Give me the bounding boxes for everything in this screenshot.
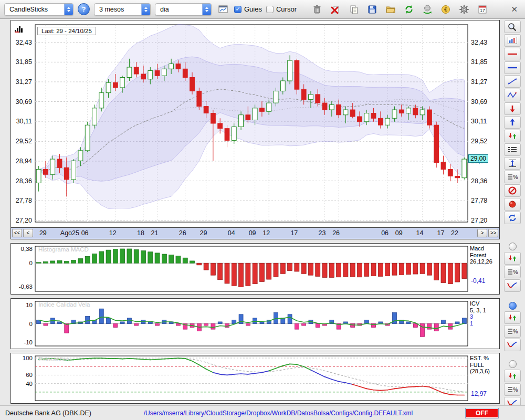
vscale-icon[interactable]	[504, 157, 521, 170]
svg-text:31,27: 31,27	[471, 78, 487, 86]
macd-histogram-chart[interactable]: 0,380-0,63	[11, 244, 499, 294]
date-tick: 22	[451, 229, 458, 237]
trendline-icon[interactable]	[504, 75, 521, 88]
est-settings-radio[interactable]	[509, 360, 517, 368]
svg-text:60: 60	[26, 372, 33, 378]
candlestick-chart[interactable]: 32,4332,4331,8531,8531,2731,2730,6930,69…	[11, 20, 499, 227]
zigzag-icon[interactable]	[504, 89, 521, 101]
delete-icon[interactable]	[329, 2, 343, 16]
svg-text:%: %	[513, 269, 518, 275]
svg-text:32,43: 32,43	[471, 39, 487, 46]
icv-settings-radio[interactable]	[509, 302, 517, 310]
percent-scale-icon[interactable]: %	[504, 266, 521, 278]
percent-scale-icon[interactable]: %	[504, 325, 521, 338]
trash-icon[interactable]	[310, 2, 324, 16]
icv-bar-chart[interactable]: 100-10	[11, 299, 499, 349]
svg-text:32,43: 32,43	[16, 39, 32, 46]
stepper-icon[interactable]	[141, 4, 150, 15]
date-tick-row: 29Ago25061218212629040912172326060914172…	[11, 228, 499, 239]
zoom-icon[interactable]	[504, 20, 521, 33]
date-tick: 21	[151, 229, 159, 237]
open-folder-icon[interactable]	[384, 2, 398, 16]
down-arrow-icon[interactable]	[504, 102, 521, 115]
date-tick: 06	[381, 229, 388, 237]
next-button[interactable]: >	[477, 229, 487, 237]
date-tick: 12	[109, 229, 117, 237]
signals-icon[interactable]	[504, 130, 521, 142]
help-button[interactable]: ?	[78, 3, 90, 15]
stepper-icon[interactable]	[64, 4, 73, 15]
list-icon[interactable]	[504, 143, 521, 156]
price-chart-panel: 32,4332,4331,8531,8531,2731,2730,6930,69…	[10, 20, 500, 228]
chart-type-select[interactable]: CandleSticks	[4, 3, 74, 16]
currency-icon[interactable]: €	[439, 2, 453, 16]
date-tick: 17	[290, 229, 298, 237]
date-tick: 26	[179, 229, 186, 237]
interval-value: dia	[160, 6, 198, 13]
macd-right-label: Macd Forest 26,12,26	[470, 245, 499, 265]
svg-text:28,94: 28,94	[16, 158, 32, 165]
help-glyph: ?	[82, 5, 86, 13]
svg-text:0: 0	[29, 260, 33, 266]
percent-scale-icon[interactable]: %	[504, 171, 521, 183]
date-tick: 18	[137, 229, 144, 237]
save-icon[interactable]	[365, 2, 380, 16]
gear-icon[interactable]	[457, 2, 471, 16]
svg-text:-0,63: -0,63	[19, 284, 33, 290]
curve-icon[interactable]	[504, 339, 521, 351]
date-tick: 09	[249, 229, 256, 237]
disable-icon[interactable]	[504, 184, 521, 197]
macd-settings-radio[interactable]	[509, 243, 517, 250]
signals-icon[interactable]	[504, 370, 521, 382]
last-page-button[interactable]: >>	[488, 229, 498, 237]
date-axis: 29Ago25061218212629040912172326060914172…	[10, 228, 500, 239]
red-hline-icon[interactable]	[504, 48, 521, 60]
svg-text:31,27: 31,27	[16, 78, 32, 86]
est-value: 12,97	[471, 390, 487, 397]
signals-icon[interactable]	[504, 252, 521, 265]
chart-legend: Last: 29 - 24/10/25	[37, 27, 96, 35]
period-select[interactable]: 3 mesos	[94, 3, 151, 16]
stochastic-panel: 1006040 Estocastico EST. % FULL (28,3,6)…	[10, 353, 500, 404]
cursor-checkbox[interactable]: Cursor	[266, 5, 297, 13]
guies-checkbox[interactable]: ✓ Guies	[234, 5, 262, 13]
last-price-tag: 29,00	[468, 154, 488, 163]
stochastic-chart[interactable]: 1006040	[11, 353, 499, 403]
macd-tools-group: %	[504, 242, 521, 292]
stepper-icon[interactable]	[202, 4, 211, 15]
sync-icon[interactable]	[504, 212, 521, 224]
first-page-button[interactable]: <<	[12, 229, 22, 237]
date-tick: 17	[437, 229, 444, 237]
guies-label: Guies	[244, 5, 262, 13]
date-tick: Ago25	[60, 229, 79, 237]
interval-select[interactable]: dia	[155, 3, 212, 16]
off-toggle[interactable]: OFF	[465, 408, 499, 418]
svg-text:0: 0	[29, 321, 33, 327]
curve-icon[interactable]	[504, 279, 521, 292]
undo-globe-icon[interactable]	[421, 2, 435, 16]
svg-text:27,20: 27,20	[471, 217, 487, 224]
record-icon[interactable]	[504, 198, 521, 211]
close-icon[interactable]: ✕	[508, 5, 521, 14]
svg-text:27,78: 27,78	[16, 197, 32, 204]
svg-text:30,69: 30,69	[471, 98, 487, 106]
refresh-icon[interactable]	[402, 2, 416, 16]
blue-hline-icon[interactable]	[504, 61, 521, 74]
svg-text:29,52: 29,52	[471, 138, 487, 145]
svg-text:30,11: 30,11	[16, 118, 32, 125]
chart-style-icon[interactable]	[504, 34, 521, 47]
svg-text:30,69: 30,69	[16, 98, 32, 106]
svg-text:10: 10	[26, 302, 33, 308]
prev-button[interactable]: <	[23, 229, 33, 237]
est-right-label: EST. % FULL (28,3,6)	[470, 355, 499, 375]
up-arrow-icon[interactable]	[504, 116, 521, 129]
calendar-icon[interactable]: 17	[476, 2, 490, 16]
svg-text:-10: -10	[24, 339, 33, 345]
copy-icon[interactable]	[347, 2, 361, 16]
icv-tools-group: %	[504, 301, 521, 352]
app-window: CandleSticks ? 3 mesos dia ✓ Guies Curso…	[0, 0, 525, 420]
chart-window-icon[interactable]	[216, 2, 230, 16]
svg-text:28,36: 28,36	[16, 177, 32, 185]
signals-icon[interactable]	[504, 311, 521, 324]
percent-scale-icon[interactable]: %	[504, 383, 521, 396]
